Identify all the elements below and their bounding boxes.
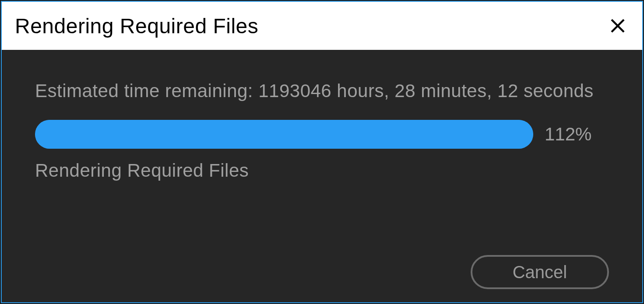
estimated-time-label: Estimated time remaining: 1193046 hours,… xyxy=(35,80,609,101)
dialog-content: Estimated time remaining: 1193046 hours,… xyxy=(2,50,642,302)
dialog-title: Rendering Required Files xyxy=(15,14,258,38)
dialog-button-row: Cancel xyxy=(471,255,609,289)
cancel-button[interactable]: Cancel xyxy=(471,255,609,289)
close-icon xyxy=(610,18,626,34)
progress-row: 112% xyxy=(35,120,609,149)
close-button[interactable] xyxy=(607,15,628,36)
progress-bar xyxy=(35,120,533,149)
progress-percent-label: 112% xyxy=(545,124,591,145)
render-progress-dialog: Rendering Required Files Estimated time … xyxy=(1,1,643,303)
status-label: Rendering Required Files xyxy=(35,160,609,181)
dialog-titlebar: Rendering Required Files xyxy=(2,2,642,50)
progress-bar-fill xyxy=(35,120,533,149)
